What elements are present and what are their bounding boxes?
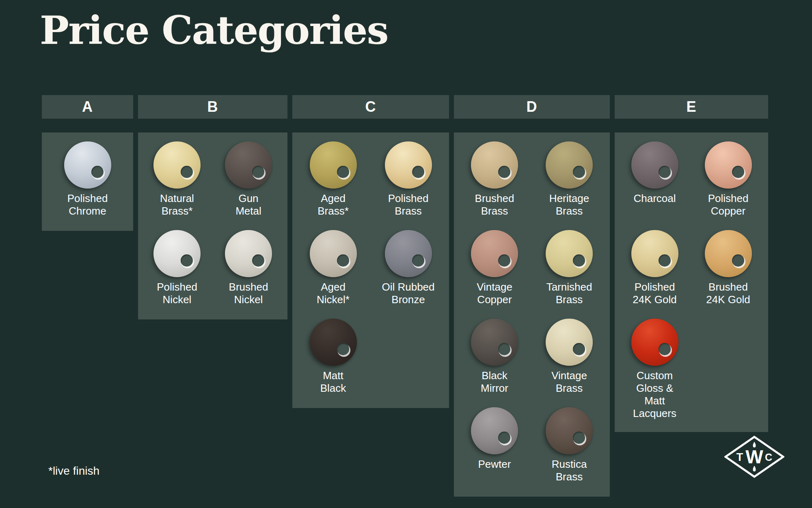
finish-label: Aged Nickel* — [317, 281, 350, 306]
disc-hole — [659, 166, 671, 178]
finish-disc-polished-brass — [385, 141, 432, 189]
finish-item-custom-lacquers: Custom Gloss & Matt Lacquers — [618, 319, 691, 420]
category-header-b: B — [138, 95, 287, 119]
finish-disc-polished-nickel — [153, 230, 201, 277]
finish-item-natural-brass: Natural Brass* — [141, 141, 213, 219]
finish-label: Polished Brass — [388, 192, 429, 217]
finish-item-brushed-24k-gold: Brushed 24K Gold — [691, 230, 765, 307]
finish-item-oil-rubbed-bronze: Oil Rubbed Bronze — [371, 230, 446, 307]
finish-disc-aged-brass — [310, 141, 357, 189]
finish-disc-tarnished-brass — [546, 230, 593, 277]
finish-item-polished-nickel: Polished Nickel — [141, 230, 213, 307]
category-column-c: CAged Brass*Polished BrassAged Nickel*Oi… — [292, 95, 449, 408]
disc-hole — [498, 166, 510, 178]
category-header-d: D — [454, 95, 610, 119]
disc-hole — [498, 254, 510, 267]
category-header-e: E — [615, 95, 768, 119]
finish-item-heritage-brass: Heritage Brass — [532, 141, 607, 219]
logo-letter-t: T — [736, 451, 743, 463]
finish-disc-oil-rubbed-bronze — [385, 230, 432, 277]
category-header-a: A — [42, 95, 133, 119]
finish-disc-brushed-nickel — [225, 230, 272, 277]
disc-hole — [732, 254, 744, 267]
finish-item-brushed-brass: Brushed Brass — [457, 141, 532, 219]
finish-item-gun-metal: Gun Metal — [213, 141, 284, 219]
finish-disc-natural-brass — [153, 141, 201, 189]
finish-disc-black-mirror — [471, 319, 518, 366]
finish-label: Black Mirror — [481, 369, 508, 395]
disc-hole — [337, 343, 349, 355]
disc-hole — [659, 343, 671, 355]
finish-label: Heritage Brass — [549, 192, 589, 217]
finish-item-polished-copper: Polished Copper — [691, 141, 765, 219]
finish-label: Brushed 24K Gold — [706, 281, 750, 306]
price-categories-page: Price Categories APolished ChromeBNatura… — [0, 0, 812, 508]
finish-item-polished-chrome: Polished Chrome — [45, 141, 130, 219]
logo-letter-w: W — [745, 446, 763, 467]
finish-disc-brushed-24k-gold — [705, 230, 752, 277]
finish-label: Pewter — [478, 458, 511, 471]
disc-hole — [91, 166, 104, 178]
disc-hole — [181, 166, 193, 178]
finish-item-tarnished-brass: Tarnished Brass — [532, 230, 607, 307]
finish-label: Brushed Brass — [475, 192, 514, 217]
category-letter: D — [527, 98, 538, 115]
categories-grid: APolished ChromeBNatural Brass*Gun Metal… — [42, 95, 768, 497]
disc-hole — [573, 432, 585, 444]
category-letter: B — [207, 98, 218, 115]
finish-disc-vintage-brass — [546, 319, 593, 366]
finish-label: Aged Brass* — [317, 192, 349, 217]
finish-label: Oil Rubbed Bronze — [382, 281, 434, 306]
category-column-d: DBrushed BrassHeritage BrassVintage Copp… — [454, 95, 610, 497]
finish-disc-polished-24k-gold — [631, 230, 678, 277]
finish-label: Polished Nickel — [157, 281, 197, 306]
finish-disc-heritage-brass — [546, 141, 593, 189]
finish-disc-rustica-brass — [546, 407, 593, 454]
finish-item-polished-brass: Polished Brass — [371, 141, 446, 219]
live-finish-footnote: *live finish — [48, 465, 99, 478]
category-panel-d: Brushed BrassHeritage BrassVintage Coppe… — [454, 132, 610, 497]
finish-disc-custom-lacquers — [631, 319, 678, 366]
disc-hole — [659, 254, 671, 267]
finish-disc-polished-copper — [705, 141, 752, 189]
category-column-a: APolished Chrome — [42, 95, 133, 231]
finish-item-polished-24k-gold: Polished 24K Gold — [618, 230, 691, 307]
finish-item-vintage-copper: Vintage Copper — [457, 230, 532, 307]
finish-item-matt-black: Matt Black — [296, 319, 371, 396]
finish-label: Custom Gloss & Matt Lacquers — [633, 369, 676, 420]
disc-hole — [498, 432, 510, 444]
logo-letter-c: C — [765, 452, 772, 463]
disc-hole — [732, 166, 744, 178]
finish-item-pewter: Pewter — [457, 407, 532, 484]
disc-hole — [573, 343, 585, 355]
disc-hole — [498, 343, 510, 355]
disc-hole — [337, 166, 349, 178]
disc-hole — [337, 254, 349, 267]
finish-disc-brushed-brass — [471, 141, 518, 189]
finish-label: Polished 24K Gold — [633, 281, 676, 306]
category-letter: C — [365, 98, 376, 115]
finish-disc-pewter — [471, 407, 518, 454]
finish-item-aged-nickel: Aged Nickel* — [296, 230, 371, 307]
twc-logo: T W C — [724, 436, 784, 478]
disc-hole — [573, 254, 585, 267]
finish-item-rustica-brass: Rustica Brass — [532, 407, 607, 484]
finish-label: Tarnished Brass — [546, 281, 592, 306]
category-panel-a: Polished Chrome — [42, 132, 133, 231]
category-column-b: BNatural Brass*Gun MetalPolished NickelB… — [138, 95, 287, 319]
finish-item-aged-brass: Aged Brass* — [296, 141, 371, 219]
finish-disc-gun-metal — [225, 141, 272, 189]
category-header-c: C — [292, 95, 449, 119]
disc-hole — [181, 254, 193, 267]
finish-disc-aged-nickel — [310, 230, 357, 277]
category-panel-b: Natural Brass*Gun MetalPolished NickelBr… — [138, 132, 287, 319]
disc-hole — [252, 254, 264, 267]
finish-label: Brushed Nickel — [229, 281, 268, 306]
finish-label: Polished Copper — [708, 192, 749, 217]
finish-disc-polished-chrome — [64, 141, 111, 189]
finish-label: Charcoal — [633, 192, 676, 205]
category-letter: E — [686, 98, 696, 115]
finish-item-vintage-brass: Vintage Brass — [532, 319, 607, 396]
finish-label: Gun Metal — [235, 192, 261, 217]
page-title: Price Categories — [40, 7, 388, 53]
